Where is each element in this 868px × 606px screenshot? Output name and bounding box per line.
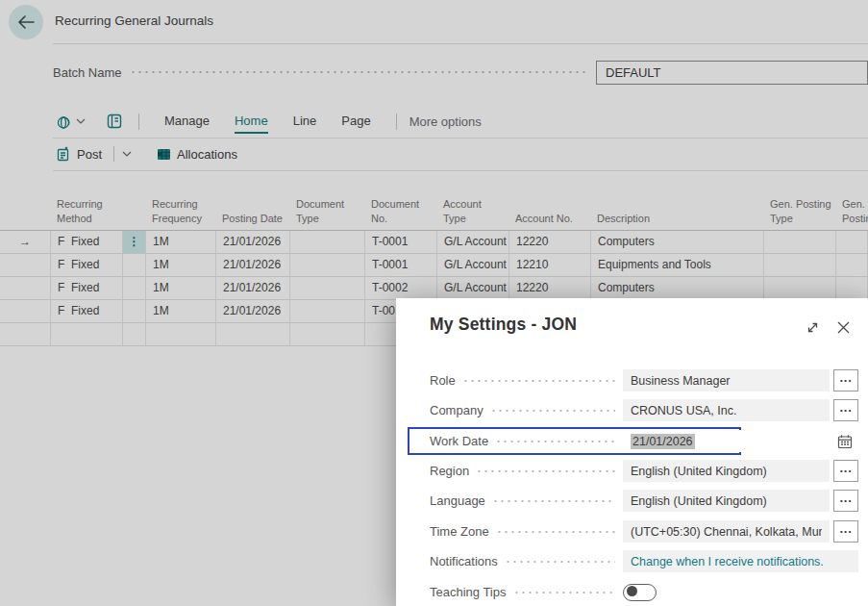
- field-label-role: Role: [430, 373, 462, 388]
- toggle-knob: [627, 586, 637, 596]
- field-label-time-zone: Time Zone: [430, 524, 496, 539]
- dotted-leader: [462, 377, 615, 385]
- selected-text: 21/01/2026: [631, 434, 695, 449]
- role-field[interactable]: Business Manager: [623, 369, 830, 391]
- company-lookup-button[interactable]: ···: [833, 399, 858, 421]
- ellipsis-icon: ···: [840, 404, 853, 417]
- time-zone-lookup-button[interactable]: ···: [833, 520, 858, 543]
- language-lookup-button[interactable]: ···: [833, 490, 858, 512]
- ellipsis-icon: ···: [840, 465, 853, 477]
- company-field[interactable]: CRONUS USA, Inc.: [623, 399, 830, 421]
- field-row-time-zone: Time Zone (UTC+05:30) Chennai, Kolkata, …: [430, 520, 858, 543]
- field-row-role: Role Business Manager ···: [430, 369, 858, 391]
- field-row-notifications: Notifications Change when I receive noti…: [430, 550, 858, 572]
- ellipsis-icon: ···: [840, 525, 853, 538]
- time-zone-field[interactable]: (UTC+05:30) Chennai, Kolkata, Mumb...: [623, 520, 830, 543]
- field-label-company: Company: [430, 403, 490, 417]
- language-field[interactable]: English (United Kingdom): [623, 490, 830, 512]
- expand-icon: [806, 320, 820, 335]
- field-row-region: Region English (United Kingdom) ···: [430, 460, 858, 482]
- ellipsis-icon: ···: [840, 374, 853, 387]
- field-label-work-date: Work Date: [430, 434, 495, 448]
- dotted-leader: [476, 467, 615, 475]
- field-label-region: Region: [430, 464, 476, 478]
- close-icon: [836, 320, 851, 335]
- notifications-field: Change when I receive notifications.: [623, 550, 858, 572]
- change-notifications-link[interactable]: Change when I receive notifications.: [631, 555, 824, 568]
- date-picker-button[interactable]: [837, 434, 853, 449]
- field-label-language: Language: [430, 493, 492, 508]
- teaching-tips-toggle[interactable]: [623, 584, 657, 601]
- business-central-app: Recurring General Journals Batch Name DE…: [0, 0, 868, 606]
- dotted-leader: [505, 558, 615, 566]
- expand-dialog-button[interactable]: [803, 317, 822, 337]
- ellipsis-icon: ···: [840, 494, 853, 507]
- field-row-company: Company CRONUS USA, Inc. ···: [430, 399, 858, 421]
- dotted-leader: [513, 589, 616, 596]
- field-row-work-date: Work Date 21/01/2026: [430, 430, 858, 452]
- dotted-leader: [492, 497, 615, 505]
- work-date-input[interactable]: 21/01/2026: [623, 430, 858, 452]
- field-row-language: Language English (United Kingdom) ···: [430, 490, 858, 512]
- field-label-teaching-tips: Teaching Tips: [430, 585, 513, 599]
- field-row-teaching-tips: Teaching Tips: [430, 581, 858, 603]
- dotted-leader: [496, 528, 615, 536]
- my-settings-dialog: My Settings - JON Role Business Manager …: [396, 298, 868, 606]
- calendar-icon: [837, 434, 853, 449]
- region-lookup-button[interactable]: ···: [833, 460, 858, 482]
- dialog-title: My Settings - JON: [430, 315, 577, 335]
- field-label-notifications: Notifications: [430, 554, 505, 568]
- region-field[interactable]: English (United Kingdom): [623, 460, 830, 482]
- close-dialog-button[interactable]: [833, 317, 853, 337]
- role-lookup-button[interactable]: ···: [833, 369, 858, 391]
- dotted-leader: [490, 407, 615, 415]
- dotted-leader: [495, 438, 615, 445]
